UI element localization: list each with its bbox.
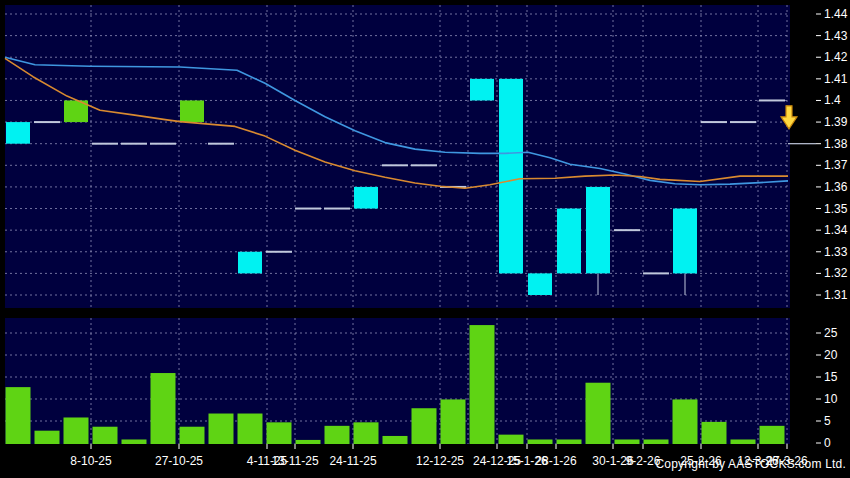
volume-bar <box>470 325 495 444</box>
volume-bar <box>151 373 176 444</box>
price-axis-label: 1.32 <box>824 266 848 280</box>
volume-bar <box>35 431 60 444</box>
candle-cyan <box>673 209 697 274</box>
volume-bar <box>412 408 437 444</box>
volume-panel <box>5 318 790 444</box>
candle-cyan <box>528 273 552 295</box>
price-axis-label: 1.39 <box>824 115 848 129</box>
price-axis-label: 1.4 <box>824 93 841 107</box>
volume-bar <box>731 439 756 444</box>
volume-bar <box>209 414 234 444</box>
candlestick-volume-chart: 1.441.431.421.411.41.391.381.371.361.351… <box>0 0 850 478</box>
price-axis-label: 1.34 <box>824 223 848 237</box>
volume-bar <box>528 439 553 444</box>
candle-cyan <box>499 79 523 274</box>
price-axis-label: 1.38 <box>824 137 848 151</box>
volume-bar <box>238 414 263 444</box>
volume-bar <box>93 427 118 444</box>
volume-bar <box>296 440 321 444</box>
volume-axis-label: 10 <box>824 392 838 406</box>
volume-bar <box>557 439 582 444</box>
volume-bar <box>122 439 147 444</box>
date-axis-label: 12-12-25 <box>416 454 464 468</box>
volume-bar <box>441 399 466 444</box>
candle-cyan <box>6 122 30 144</box>
price-panel <box>5 5 790 308</box>
price-axis-label: 1.41 <box>824 72 848 86</box>
volume-axis-label: 20 <box>824 348 838 362</box>
price-axis-label: 1.42 <box>824 50 848 64</box>
price-axis-label: 1.36 <box>824 180 848 194</box>
price-axis-label: 1.31 <box>824 288 848 302</box>
candle-cyan <box>470 79 494 101</box>
volume-bar <box>6 387 31 444</box>
price-axis-label: 1.43 <box>824 29 848 43</box>
candle-cyan <box>238 252 262 274</box>
price-axis-label: 1.37 <box>824 158 848 172</box>
volume-bar <box>354 422 379 444</box>
volume-bar <box>383 436 408 444</box>
volume-bar <box>615 439 640 444</box>
volume-bar <box>64 417 89 444</box>
volume-axis-label: 0 <box>824 436 831 450</box>
date-axis-label: 13-11-25 <box>271 454 318 468</box>
volume-bar <box>702 422 727 444</box>
volume-axis-label: 15 <box>824 370 838 384</box>
volume-bar <box>586 383 611 444</box>
date-axis-label: 24-11-25 <box>329 454 376 468</box>
volume-axis-label: 25 <box>824 326 838 340</box>
date-axis-label: 8-10-25 <box>70 454 112 468</box>
stock-chart-screen: 1.441.431.421.411.41.391.381.371.361.351… <box>0 0 850 478</box>
price-axis-label: 1.44 <box>824 7 848 21</box>
candle-green <box>180 100 204 122</box>
price-axis-label: 1.35 <box>824 202 848 216</box>
candle-cyan <box>586 187 610 273</box>
copyright-notice: Copyright by AASTOCKS.com Ltd. <box>655 457 846 471</box>
volume-bar <box>673 399 698 444</box>
volume-bar <box>325 426 350 444</box>
price-axis-label: 1.33 <box>824 245 848 259</box>
date-axis-label: 28-1-26 <box>535 454 577 468</box>
candle-cyan <box>557 209 581 274</box>
volume-axis-label: 5 <box>824 414 831 428</box>
volume-bar <box>267 422 292 444</box>
date-axis-label: 27-10-25 <box>155 454 203 468</box>
volume-bar <box>760 426 785 444</box>
volume-bar <box>499 435 524 444</box>
volume-bar <box>180 427 205 444</box>
volume-bar <box>644 439 669 444</box>
candle-cyan <box>354 187 378 209</box>
